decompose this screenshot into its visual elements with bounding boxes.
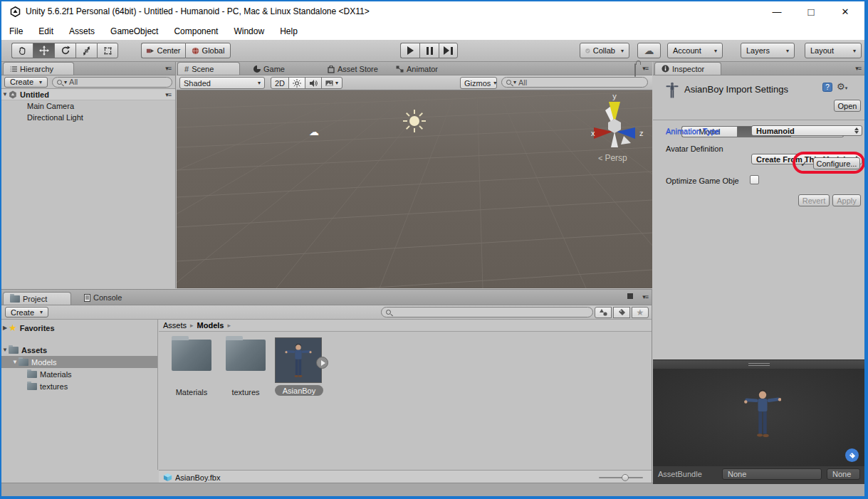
lighting-toggle-button[interactable] (288, 77, 305, 89)
revert-button[interactable]: Revert (798, 194, 830, 206)
breadcrumb-arrow-icon: ▸ (190, 322, 194, 329)
star-icon: ★ (9, 322, 17, 333)
pivot-icon (146, 47, 154, 55)
cloud-button[interactable]: ☁ (637, 43, 661, 58)
close-button[interactable]: ✕ (829, 1, 862, 22)
maximize-panel-icon[interactable] (627, 293, 633, 299)
assetbundle-dropdown[interactable]: None (722, 468, 822, 480)
asset-item-materials[interactable]: Materials (171, 340, 212, 396)
hierarchy-create-button[interactable]: Create▾ (4, 77, 48, 88)
rotate-tool-button[interactable] (54, 43, 75, 58)
gizmos-dropdown[interactable]: Gizmos▾ (460, 77, 497, 89)
rect-tool-button[interactable] (97, 43, 118, 58)
directional-light-gizmo-icon[interactable] (402, 108, 427, 134)
asset-item-asianboy[interactable]: AsianBoy (275, 337, 323, 396)
step-button[interactable] (439, 43, 458, 58)
menu-help[interactable]: Help (272, 23, 305, 39)
panel-menu-icon[interactable]: ▾≡ (855, 65, 861, 72)
tree-item-models[interactable]: ▼ Models (1, 356, 157, 368)
unity-window: Unity 5.6.2f1 Personal (64bit) - Untitle… (0, 0, 868, 499)
tree-item-assets[interactable]: ▼ Assets (1, 344, 157, 356)
game-icon (253, 65, 261, 73)
minimize-button[interactable]: — (760, 1, 793, 22)
hierarchy-panel: Hierarchy ▾≡ Create▾ ▾ All ▼ Untitled ▾≡… (1, 62, 176, 288)
image-icon (325, 80, 333, 87)
scene-menu-icon[interactable]: ▾≡ (165, 91, 171, 98)
menu-component[interactable]: Component (166, 23, 226, 39)
account-dropdown[interactable]: Account▾ (667, 43, 723, 58)
panel-menu-icon[interactable]: ▾≡ (642, 293, 648, 300)
play-button[interactable] (400, 43, 419, 58)
slider-thumb[interactable] (622, 474, 629, 481)
persp-toggle[interactable]: < Persp (598, 153, 627, 163)
saved-search-button[interactable]: ★ (632, 307, 649, 318)
project-create-button[interactable]: Create▾ (5, 307, 48, 317)
panel-menu-icon[interactable]: ▾≡ (642, 65, 648, 72)
camera-gizmo-icon[interactable]: ☁ (309, 126, 319, 137)
animator-icon (396, 65, 404, 73)
layout-dropdown[interactable]: Layout▾ (805, 43, 862, 58)
space-mode-button[interactable]: Global (185, 43, 231, 58)
panel-menu-icon[interactable]: ▾≡ (165, 65, 171, 72)
lock-icon[interactable] (634, 63, 636, 77)
project-search-input[interactable] (381, 307, 593, 317)
assetbundle-variant-dropdown[interactable]: None (827, 468, 860, 480)
2d-toggle-button[interactable]: 2D (271, 77, 289, 89)
scene-search-input[interactable]: ▾ All (501, 77, 648, 88)
tab-scene[interactable]: # Scene (177, 62, 240, 75)
tab-game[interactable]: Game (253, 65, 285, 73)
optimize-checkbox[interactable] (750, 175, 759, 184)
tab-asset-store[interactable]: Asset Store (328, 65, 378, 73)
hierarchy-item-directional-light[interactable]: Directional Light (1, 112, 175, 123)
tree-item-materials[interactable]: Materials (1, 368, 157, 380)
model-preview-area[interactable] (653, 369, 864, 466)
move-tool-button[interactable] (33, 43, 54, 58)
tab-project[interactable]: Project (3, 292, 71, 305)
tab-hierarchy[interactable]: Hierarchy (3, 62, 74, 75)
menu-gameobject[interactable]: GameObject (103, 23, 166, 39)
preview-resize-handle[interactable] (653, 359, 864, 369)
title-bar: Unity 5.6.2f1 Personal (64bit) - Untitle… (1, 1, 864, 22)
apply-button[interactable]: Apply (832, 194, 861, 206)
model-asset-icon (666, 81, 679, 101)
scene-viewport[interactable]: ☁ y x z < Persp (177, 90, 652, 288)
pivot-mode-button[interactable]: Center (141, 43, 185, 58)
open-button[interactable]: Open (834, 100, 861, 112)
asset-item-textures[interactable]: textures (225, 340, 266, 396)
audio-toggle-button[interactable] (305, 77, 322, 89)
menu-assets[interactable]: Assets (61, 23, 103, 39)
menu-file[interactable]: File (1, 23, 31, 39)
search-by-type-button[interactable] (595, 307, 612, 318)
animation-type-dropdown[interactable]: Humanoid (751, 125, 862, 136)
pause-button[interactable] (419, 43, 439, 58)
scale-tool-button[interactable] (75, 43, 97, 58)
preview-tag-button[interactable] (845, 448, 859, 462)
effects-toggle-button[interactable]: ▾ (321, 77, 343, 89)
orientation-gizmo[interactable]: y x z (590, 92, 647, 163)
tree-item-favorites[interactable]: ▶ ★ Favorites (1, 322, 157, 334)
thumbnail-size-slider[interactable] (599, 477, 643, 478)
breadcrumb-assets[interactable]: Assets (163, 321, 187, 330)
shading-mode-dropdown[interactable]: Shaded▾ (179, 77, 265, 89)
hand-tool-button[interactable] (11, 43, 33, 58)
expand-badge-icon[interactable] (316, 357, 328, 369)
maximize-button[interactable]: □ (795, 1, 827, 22)
tab-inspector[interactable]: Inspector (654, 62, 721, 75)
help-icon[interactable]: ? (822, 83, 832, 92)
hierarchy-item-main-camera[interactable]: Main Camera (1, 100, 175, 112)
hierarchy-search-input[interactable]: ▾ All (52, 77, 172, 88)
hierarchy-scene-row[interactable]: ▼ Untitled ▾≡ (1, 89, 175, 100)
tab-animator[interactable]: Animator (396, 65, 438, 73)
menu-edit[interactable]: Edit (31, 23, 61, 39)
menu-window[interactable]: Window (226, 23, 272, 39)
annotation-highlight (793, 152, 865, 174)
tab-console[interactable]: Console (84, 293, 122, 302)
collab-button[interactable]: Collab▾ (580, 43, 629, 58)
breadcrumb-models[interactable]: Models (197, 321, 224, 330)
search-by-label-button[interactable] (613, 307, 630, 318)
layers-dropdown[interactable]: Layers▾ (741, 43, 795, 58)
gear-icon[interactable]: ⚙▾ (837, 81, 847, 92)
foldout-arrow-icon[interactable]: ▼ (1, 91, 9, 98)
boy-model-preview (284, 342, 313, 382)
tree-item-textures[interactable]: textures (1, 380, 157, 392)
